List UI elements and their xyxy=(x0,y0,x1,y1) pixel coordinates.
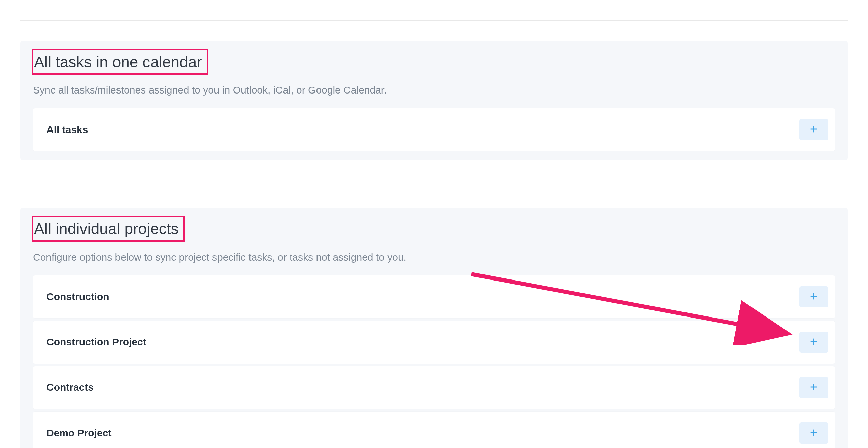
section-all-tasks: All tasks in one calendar Sync all tasks… xyxy=(20,41,848,161)
row-construction-project[interactable]: Construction Project xyxy=(33,321,835,364)
section-header: All tasks in one calendar Sync all tasks… xyxy=(33,50,835,98)
expand-button-demo-project[interactable] xyxy=(799,422,828,444)
page-wrap: All tasks in one calendar Sync all tasks… xyxy=(20,20,848,448)
row-label: Contracts xyxy=(46,382,94,393)
section-title-all-tasks: All tasks in one calendar xyxy=(32,49,209,75)
row-construction[interactable]: Construction xyxy=(33,275,835,318)
expand-button-contracts[interactable] xyxy=(799,377,828,398)
section-individual-projects: All individual projects Configure option… xyxy=(20,208,848,448)
row-label: Demo Project xyxy=(46,427,112,439)
section-description: Configure options below to sync project … xyxy=(33,249,835,265)
plus-icon xyxy=(809,125,818,135)
row-all-tasks[interactable]: All tasks xyxy=(33,108,835,151)
plus-icon xyxy=(809,337,818,347)
section-title-individual-projects: All individual projects xyxy=(32,216,185,242)
plus-icon xyxy=(809,428,818,438)
section-header: All individual projects Configure option… xyxy=(33,217,835,264)
expand-button-all-tasks[interactable] xyxy=(799,119,828,140)
expand-button-construction[interactable] xyxy=(799,286,828,307)
row-label: Construction Project xyxy=(46,336,147,348)
section-description: Sync all tasks/milestones assigned to yo… xyxy=(33,82,835,98)
row-label: All tasks xyxy=(46,124,88,136)
row-demo-project[interactable]: Demo Project xyxy=(33,412,835,448)
row-contracts[interactable]: Contracts xyxy=(33,366,835,409)
top-divider xyxy=(20,20,848,21)
plus-icon xyxy=(809,382,818,393)
expand-button-construction-project[interactable] xyxy=(799,332,828,353)
row-label: Construction xyxy=(46,291,110,302)
plus-icon xyxy=(809,291,818,302)
